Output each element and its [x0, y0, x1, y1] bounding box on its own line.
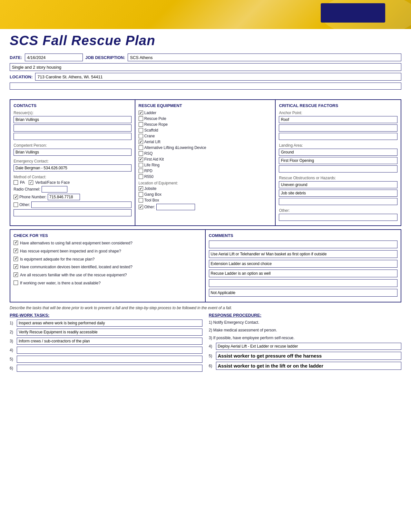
comment6-input[interactable] — [209, 289, 398, 297]
phone-checkbox[interactable]: ✓ — [14, 195, 18, 199]
prework1-input[interactable] — [17, 320, 202, 327]
equip-rescue-rope: Rescue Rope — [139, 122, 272, 127]
check-item-2: ✓ Has rescue equipment been inspected an… — [14, 249, 202, 254]
check1-checkbox[interactable]: ✓ — [14, 241, 18, 245]
competent-input[interactable] — [14, 149, 132, 156]
date-job-row: DATE: JOB DESCRIPTION: — [10, 54, 401, 61]
landing2-input[interactable] — [279, 157, 397, 164]
life-ring-checkbox[interactable] — [139, 163, 143, 167]
location-label: LOCATION: — [10, 74, 33, 79]
rescuers-label: Rescuer(s): — [14, 111, 132, 115]
location-input[interactable] — [35, 73, 401, 81]
response-static-1: 1) Notify Emergency Contact. — [209, 320, 402, 325]
other-critical-input[interactable] — [279, 214, 397, 221]
equip-rsq: RSQ — [139, 151, 272, 156]
tool-box-checkbox[interactable] — [139, 198, 143, 202]
first-aid-checkbox[interactable]: ✓ — [139, 157, 143, 162]
emergency-label: Emergency Contact: — [14, 159, 132, 163]
critical-column: CRITICAL RESCUE FACTORS Anchor Point: La… — [276, 100, 401, 225]
landing1-input[interactable] — [279, 149, 397, 156]
empty-field — [10, 83, 401, 90]
rpd-checkbox[interactable] — [139, 169, 143, 173]
crane-checkbox[interactable] — [139, 134, 143, 138]
response6-input[interactable] — [216, 362, 402, 370]
rescuer2-input[interactable] — [14, 124, 132, 132]
prework-row-6: 6) — [10, 365, 202, 372]
gang-box-checkbox[interactable] — [139, 192, 143, 197]
other-detail-input[interactable] — [14, 209, 132, 216]
check2-checkbox[interactable]: ✓ — [14, 249, 18, 253]
scaffold-checkbox[interactable] — [139, 128, 143, 133]
prework4-input[interactable] — [17, 347, 202, 354]
emergency-input[interactable] — [14, 164, 132, 172]
check-item-4: ✓ Have communication devices been identi… — [14, 264, 202, 270]
rescue-rope-checkbox[interactable] — [139, 122, 143, 127]
prework-header: PRE-WORK TASKS: — [10, 313, 202, 318]
jobsite-checkbox[interactable]: ✓ — [139, 186, 143, 191]
empty-row — [10, 83, 401, 92]
loc-jobsite: ✓ Jobsite — [139, 186, 272, 191]
other-checkbox[interactable] — [14, 202, 18, 207]
description-input[interactable] — [10, 63, 401, 71]
loc-other-input[interactable] — [156, 204, 195, 210]
loc-other-checkbox[interactable]: ✓ — [139, 205, 143, 209]
bottom-section: Describe the tasks that will be done pri… — [10, 306, 401, 374]
anchor-label: Anchor Point: — [279, 111, 397, 115]
hazard1-input[interactable] — [279, 181, 397, 188]
comment1-input[interactable] — [209, 241, 398, 248]
check4-checkbox[interactable]: ✓ — [14, 264, 18, 269]
prework5-input[interactable] — [17, 356, 202, 363]
equip-first-aid: ✓ First Aid Kit — [139, 157, 272, 162]
other-row: Other: — [14, 202, 132, 208]
check-column: CHECK FOR YES ✓ Have alternatives to usi… — [10, 230, 206, 302]
response4-input[interactable] — [216, 343, 402, 350]
prework2-input[interactable] — [17, 329, 202, 336]
job-desc-input[interactable] — [128, 54, 401, 61]
comment5-input[interactable] — [209, 279, 398, 287]
prework3-input[interactable] — [17, 338, 202, 345]
loc-gang-box: Gang Box — [139, 192, 272, 197]
loc-tool-box: Tool Box — [139, 198, 272, 202]
verbal-checkbox[interactable]: ✓ — [29, 180, 33, 185]
pa-checkbox[interactable] — [14, 180, 18, 185]
prework6-input[interactable] — [17, 365, 202, 372]
date-input[interactable] — [25, 54, 83, 61]
form-section: DATE: JOB DESCRIPTION: LOCATION: — [0, 51, 411, 96]
alt-lifting-checkbox[interactable] — [139, 145, 143, 150]
comment2-input[interactable] — [209, 250, 398, 258]
critical-header: CRITICAL RESCUE FACTORS — [279, 103, 397, 108]
response-row-5: 5) — [209, 352, 402, 360]
radio-input[interactable] — [42, 186, 67, 192]
hazard2-input[interactable] — [279, 190, 397, 197]
contacts-header: CONTACTS — [14, 103, 132, 108]
aerial-lift-checkbox[interactable]: ✓ — [139, 140, 143, 144]
response5-input[interactable] — [216, 352, 402, 360]
rescuer3-input[interactable] — [14, 133, 132, 140]
page-title: SCS Fall Rescue Plan — [10, 33, 401, 48]
landing3-input[interactable] — [279, 165, 397, 172]
check5-checkbox[interactable]: ✓ — [14, 272, 18, 277]
check3-checkbox[interactable]: ✓ — [14, 257, 18, 261]
other-label: Other: — [19, 202, 30, 207]
phone-input[interactable] — [48, 194, 80, 200]
loc-other: ✓ Other: — [139, 204, 272, 210]
anchor2-input[interactable] — [279, 124, 397, 132]
check6-checkbox[interactable] — [14, 281, 18, 285]
anchor3-input[interactable] — [279, 133, 397, 140]
rescuer1-input[interactable] — [14, 116, 132, 123]
prework-row-3: 3) — [10, 338, 202, 345]
response-row-6: 6) — [209, 362, 402, 370]
equip-alt-lifting: Alternative Lifting &Lowering Device — [139, 145, 272, 150]
response-row-4: 4) — [209, 343, 402, 350]
radio-channel-row: Radio Channel: — [14, 186, 132, 192]
anchor1-input[interactable] — [279, 116, 397, 123]
other-input[interactable] — [31, 202, 131, 208]
rsq-checkbox[interactable] — [139, 151, 143, 156]
comment4-input[interactable] — [209, 270, 398, 277]
rescue-pole-checkbox[interactable] — [139, 116, 143, 121]
pa-label: PA — [20, 180, 25, 185]
r550-checkbox[interactable] — [139, 174, 143, 179]
hazard3-input[interactable] — [279, 198, 397, 205]
comment3-input[interactable] — [209, 260, 398, 268]
ladder-checkbox[interactable]: ✓ — [139, 111, 143, 115]
